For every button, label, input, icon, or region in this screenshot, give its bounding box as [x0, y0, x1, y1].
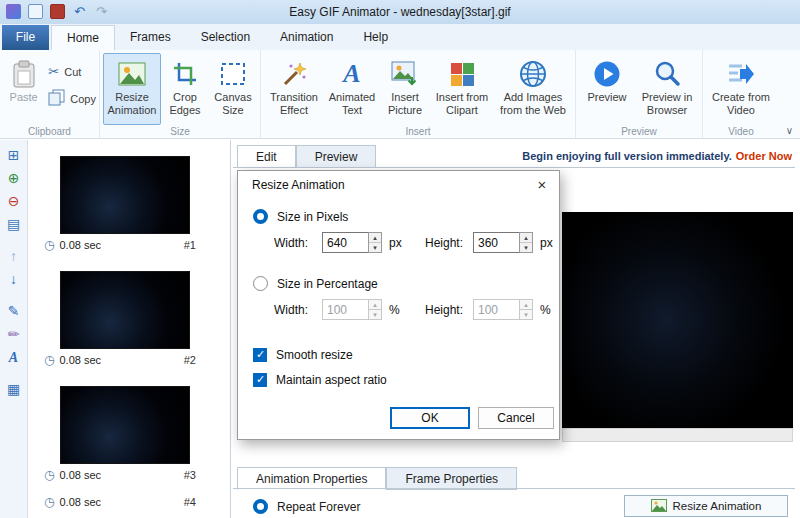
draw-icon[interactable]: [5, 326, 23, 343]
frame-info-2: 0.08 sec #2: [44, 353, 196, 367]
tab-home[interactable]: Home: [51, 25, 115, 50]
smooth-resize-option: Smooth resize: [253, 348, 353, 362]
insert-frame-icon[interactable]: [5, 170, 23, 187]
preview-in-browser-button[interactable]: Preview in Browser: [635, 53, 699, 125]
order-now-link[interactable]: Order Now: [736, 150, 792, 162]
ribbon: Paste Cut Copy Clipboard: [0, 50, 800, 139]
resize-animation-shortcut-button[interactable]: Resize Animation: [624, 495, 788, 517]
clock-icon: [44, 496, 54, 508]
ribbon-group-insert: Transition Effect A Animated Text Insert…: [261, 50, 576, 138]
resize-animation-icon: [118, 57, 146, 91]
ribbon-tab-bar: File Home Frames Selection Animation Hel…: [0, 24, 800, 50]
frame-index: #3: [184, 469, 196, 481]
tab-frames[interactable]: Frames: [115, 25, 186, 50]
spin-down-icon[interactable]: [520, 243, 532, 252]
undo-icon[interactable]: [72, 4, 87, 19]
tab-preview[interactable]: Preview: [296, 145, 377, 168]
tab-help[interactable]: Help: [348, 25, 403, 50]
frame-thumbnail-1[interactable]: [60, 156, 190, 234]
tab-selection[interactable]: Selection: [186, 25, 265, 50]
percent-fields-row: Width: % Height: %: [274, 299, 554, 320]
delete-frame-icon[interactable]: [5, 193, 23, 210]
size-in-pixels-radio[interactable]: [253, 209, 268, 224]
pixel-width-input[interactable]: [322, 232, 368, 253]
title-bar: Easy GIF Animator - wednesday[3star].gif: [0, 0, 800, 24]
paste-button[interactable]: Paste: [3, 53, 44, 125]
group-label-size: Size: [100, 126, 260, 137]
app-window: Easy GIF Animator - wednesday[3star].gif…: [0, 0, 800, 518]
size-in-percentage-option: Size in Percentage: [253, 276, 378, 291]
insert-picture-button[interactable]: Insert Picture: [380, 53, 430, 125]
spin-up-icon[interactable]: [369, 233, 381, 243]
group-label-preview: Preview: [576, 126, 702, 137]
frame-list-panel: 0.08 sec #1 0.08 sec #2 0.08 sec #3 0.08…: [28, 140, 231, 518]
maintain-aspect-checkbox[interactable]: [253, 373, 267, 387]
file-menu-button[interactable]: File: [2, 25, 49, 50]
create-from-video-button[interactable]: Create from Video: [706, 53, 776, 125]
canvas-size-icon: [220, 57, 246, 91]
frame-index: #1: [184, 239, 196, 251]
cancel-button[interactable]: Cancel: [478, 407, 554, 429]
new-icon[interactable]: [28, 4, 43, 19]
size-in-percentage-radio[interactable]: [253, 276, 268, 291]
group-label-insert: Insert: [261, 126, 575, 137]
size-in-pixels-option: Size in Pixels: [253, 209, 348, 224]
duplicate-frame-icon[interactable]: [5, 216, 23, 233]
spin-down-icon[interactable]: [369, 243, 381, 252]
move-frame-down-icon[interactable]: [5, 271, 23, 288]
add-text-icon[interactable]: [5, 349, 23, 366]
frame-thumbnail-2[interactable]: [60, 271, 190, 349]
edit-frame-icon[interactable]: [5, 303, 23, 320]
ribbon-collapse-icon[interactable]: [786, 125, 793, 136]
frame-index: #2: [184, 354, 196, 366]
spin-up-icon[interactable]: [520, 233, 532, 243]
frame-thumbnail-3[interactable]: [60, 386, 190, 464]
copy-button[interactable]: Copy: [48, 89, 96, 108]
crop-edges-button[interactable]: Crop Edges: [161, 53, 209, 125]
cut-button[interactable]: Cut: [48, 64, 96, 79]
resize-animation-small-icon: [651, 499, 667, 514]
preview-button[interactable]: Preview: [579, 53, 635, 125]
animated-text-button[interactable]: A Animated Text: [324, 53, 380, 125]
spin-up-icon: [369, 300, 381, 310]
close-icon[interactable]: [530, 174, 554, 195]
maintain-aspect-option: Maintain aspect ratio: [253, 373, 387, 387]
clock-icon: [44, 469, 54, 481]
paste-icon: [12, 57, 36, 91]
smooth-resize-checkbox[interactable]: [253, 348, 267, 362]
ok-button[interactable]: OK: [390, 407, 470, 429]
crop-edges-icon: [172, 57, 198, 91]
preview-icon: [593, 57, 621, 91]
copy-icon: [48, 89, 65, 108]
add-images-from-web-icon: [519, 57, 547, 91]
divider: [233, 488, 795, 489]
animated-text-icon: A: [343, 57, 360, 91]
app-icon[interactable]: [6, 4, 21, 19]
save-icon[interactable]: [50, 4, 65, 19]
group-label-clipboard: Clipboard: [0, 126, 99, 137]
percent-width-stepper: [322, 299, 382, 320]
tab-animation[interactable]: Animation: [265, 25, 348, 50]
edit-preview-tabs: Edit Preview: [237, 145, 376, 168]
spin-down-icon: [520, 310, 532, 319]
preview-in-browser-icon: [653, 57, 681, 91]
tab-edit[interactable]: Edit: [237, 145, 296, 168]
horizontal-scrollbar[interactable]: [562, 428, 793, 442]
upgrade-promo: Begin enjoying full version immediately.…: [522, 150, 792, 162]
tab-animation-properties[interactable]: Animation Properties: [237, 467, 386, 490]
pixel-height-input[interactable]: [473, 232, 519, 253]
transition-effect-button[interactable]: Transition Effect: [264, 53, 324, 125]
redo-icon[interactable]: [94, 4, 109, 19]
frame-index: #4: [184, 496, 196, 508]
tab-frame-properties[interactable]: Frame Properties: [386, 467, 517, 490]
repeat-forever-radio[interactable]: [253, 499, 268, 514]
manage-frames-icon[interactable]: [5, 381, 23, 398]
ribbon-group-clipboard: Paste Cut Copy Clipboard: [0, 50, 100, 138]
add-frames-icon[interactable]: [5, 147, 23, 164]
resize-animation-button[interactable]: Resize Animation: [103, 53, 161, 125]
add-images-from-web-button[interactable]: Add Images from the Web: [494, 53, 572, 125]
insert-from-clipart-button[interactable]: Insert from Clipart: [430, 53, 494, 125]
dialog-title: Resize Animation: [252, 178, 345, 192]
move-frame-up-icon[interactable]: [5, 248, 23, 265]
canvas-size-button[interactable]: Canvas Size: [209, 53, 257, 125]
